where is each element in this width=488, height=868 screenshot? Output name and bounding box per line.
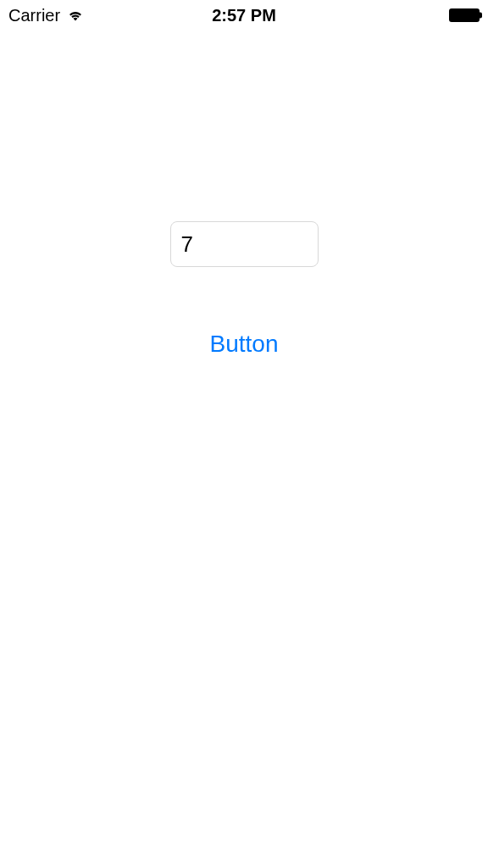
status-bar: Carrier 2:57 PM [0, 0, 488, 31]
status-left: Carrier [8, 6, 84, 25]
battery-icon [449, 8, 480, 22]
main-content: Button [0, 31, 488, 358]
carrier-label: Carrier [8, 6, 60, 25]
status-right [449, 8, 480, 22]
action-button[interactable]: Button [210, 331, 279, 358]
wifi-icon [67, 6, 84, 25]
status-time: 2:57 PM [212, 6, 276, 25]
number-input[interactable] [170, 221, 319, 267]
